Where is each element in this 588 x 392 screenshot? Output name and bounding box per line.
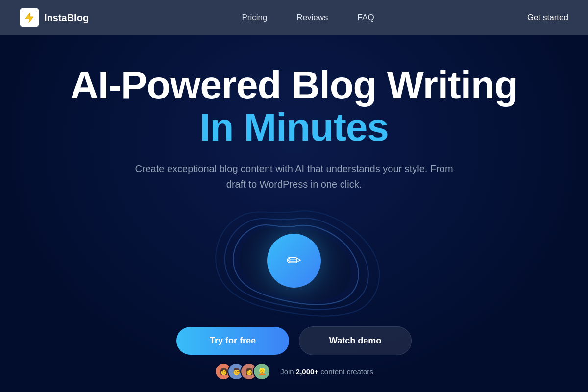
watch-demo-button[interactable]: Watch demo: [299, 326, 412, 355]
hero-illustration: ✏: [191, 207, 397, 315]
nav-faq[interactable]: FAQ: [358, 13, 374, 23]
navbar: InstaBlog Pricing Reviews FAQ Get starte…: [0, 0, 588, 35]
pencil-icon: ✏: [287, 250, 301, 271]
nav-links: Pricing Reviews FAQ: [242, 13, 374, 23]
social-text-suffix: content creators: [320, 368, 373, 376]
social-count: 2,000+: [296, 368, 318, 376]
social-proof-text: Join 2,000+ content creators: [280, 368, 373, 376]
nav-reviews[interactable]: Reviews: [296, 13, 328, 23]
logo[interactable]: InstaBlog: [20, 8, 89, 27]
nav-pricing[interactable]: Pricing: [242, 13, 267, 23]
logo-icon: [20, 8, 39, 27]
hero-section: AI-Powered Blog Writing In Minutes Creat…: [0, 35, 588, 392]
avatar-group: 👩 👨 👩 👱: [215, 363, 266, 380]
nav-get-started[interactable]: Get started: [527, 13, 568, 23]
social-proof: 👩 👨 👩 👱 Join 2,000+ content creators: [215, 363, 373, 380]
hero-buttons: Try for free Watch demo: [176, 326, 412, 355]
try-free-button[interactable]: Try for free: [176, 327, 289, 355]
pencil-circle: ✏: [267, 234, 321, 288]
hero-subtitle: Create exceptional blog content with AI …: [127, 161, 461, 192]
hero-title-line2: In Minutes: [199, 106, 389, 149]
avatar-4: 👱: [253, 363, 270, 380]
logo-text: InstaBlog: [44, 12, 89, 24]
hero-title-line1: AI-Powered Blog Writing: [70, 65, 517, 106]
